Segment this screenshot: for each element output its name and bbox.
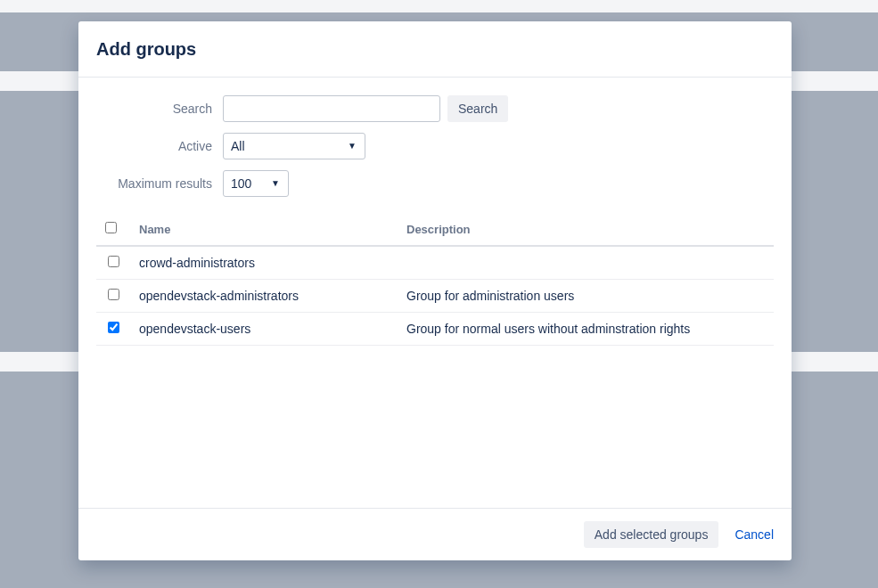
- name-header: Name: [130, 213, 398, 246]
- table-row: opendevstack-administratorsGroup for adm…: [96, 280, 774, 313]
- max-results-label: Maximum results: [96, 176, 223, 191]
- search-button[interactable]: Search: [447, 95, 508, 122]
- table-row: crowd-administrators: [96, 246, 774, 280]
- active-select[interactable]: AllActiveInactive: [223, 133, 365, 159]
- row-checkbox[interactable]: [108, 322, 119, 333]
- cancel-link[interactable]: Cancel: [734, 527, 774, 542]
- modal-header: Add groups: [78, 21, 792, 78]
- add-selected-groups-button[interactable]: Add selected groups: [584, 521, 719, 548]
- row-description: Group for administration users: [398, 280, 774, 313]
- modal-body: Search Search Active AllActiveInactive ▼…: [78, 78, 792, 508]
- row-name: opendevstack-administrators: [130, 280, 398, 313]
- background-stripe: [0, 0, 878, 12]
- row-name: opendevstack-users: [130, 313, 398, 346]
- modal-footer: Add selected groups Cancel: [78, 508, 792, 560]
- groups-tbody: crowd-administratorsopendevstack-adminis…: [96, 246, 774, 346]
- row-checkbox-cell: [96, 280, 130, 313]
- active-label: Active: [96, 139, 223, 153]
- max-results-select[interactable]: 1050100500: [223, 170, 289, 197]
- search-row: Search Search: [96, 95, 774, 122]
- table-header-row: Name Description: [96, 213, 774, 246]
- active-row: Active AllActiveInactive ▼: [96, 133, 774, 159]
- row-checkbox[interactable]: [108, 256, 119, 267]
- row-description: Group for normal users without adminstra…: [398, 313, 774, 346]
- select-all-header: [96, 213, 130, 246]
- description-header: Description: [398, 213, 774, 246]
- search-label: Search: [96, 102, 223, 116]
- active-select-wrap: AllActiveInactive ▼: [223, 133, 365, 159]
- max-results-row: Maximum results 1050100500 ▼: [96, 170, 774, 197]
- max-select-wrap: 1050100500 ▼: [223, 170, 289, 197]
- row-checkbox-cell: [96, 313, 130, 346]
- select-all-checkbox[interactable]: [105, 222, 117, 233]
- table-row: opendevstack-usersGroup for normal users…: [96, 313, 774, 346]
- modal-title: Add groups: [96, 39, 774, 60]
- row-description: [398, 246, 774, 280]
- row-checkbox-cell: [96, 246, 130, 280]
- row-name: crowd-administrators: [130, 246, 398, 280]
- row-checkbox[interactable]: [108, 289, 119, 300]
- groups-table: Name Description crowd-administratorsope…: [96, 213, 774, 346]
- search-input[interactable]: [223, 95, 440, 122]
- add-groups-modal: Add groups Search Search Active AllActiv…: [78, 21, 792, 560]
